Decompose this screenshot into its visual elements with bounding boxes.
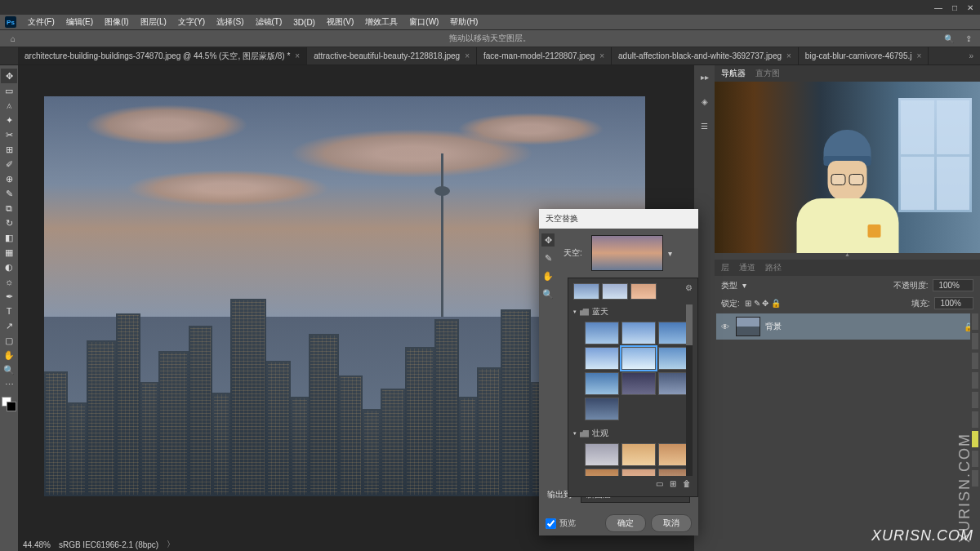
sky-thumb[interactable] [621, 372, 656, 395]
menu-type[interactable]: 文字(Y) [173, 15, 210, 29]
properties-icon[interactable]: ◈ [698, 95, 711, 108]
visibility-icon[interactable]: 👁 [721, 322, 731, 331]
sky-thumb[interactable] [585, 322, 619, 344]
sky-thumb[interactable] [585, 398, 619, 420]
app-logo[interactable]: Ps [5, 16, 16, 28]
preview-checkbox[interactable]: 预览 [546, 518, 576, 529]
maximize-icon[interactable]: □ [952, 3, 957, 12]
menu-select[interactable]: 选择(S) [212, 15, 248, 29]
tab-doc-3[interactable]: adult-affection-black-and-white-3692737.… [612, 47, 799, 64]
path-tool[interactable]: ↗ [1, 318, 17, 333]
heal-tool[interactable]: ⊕ [1, 171, 17, 186]
tab-doc-0[interactable]: architecture-building-buildings-374870.j… [18, 47, 307, 64]
recent-sky-thumb[interactable] [573, 283, 599, 300]
marquee-tool[interactable]: ▭ [1, 83, 17, 98]
type-tool[interactable]: T [1, 304, 17, 318]
tab-close-icon[interactable]: × [465, 51, 470, 60]
group-header-sunset[interactable]: ▾壮观 [573, 426, 693, 441]
menu-3d[interactable]: 3D(D) [288, 16, 320, 29]
gear-icon[interactable]: ⚙ [685, 283, 693, 300]
sky-preview-thumb[interactable] [591, 235, 663, 271]
tab-channels[interactable]: 通道 [739, 262, 755, 273]
tab-doc-1[interactable]: attractive-beautiful-beauty-2128818.jpeg… [307, 47, 477, 64]
layer-name[interactable]: 背景 [765, 321, 959, 332]
sky-thumb[interactable] [585, 469, 619, 476]
new-folder-icon[interactable]: ▭ [656, 479, 663, 488]
shape-tool[interactable]: ▢ [1, 333, 17, 348]
lasso-tool[interactable]: ⟑ [1, 98, 17, 113]
menu-file[interactable]: 文件(F) [23, 15, 60, 29]
menu-edit[interactable]: 编辑(E) [61, 15, 98, 29]
crop-tool[interactable]: ✂ [1, 127, 17, 142]
picker-scrollbar[interactable] [686, 304, 693, 476]
fill-value[interactable]: 100% [934, 297, 973, 309]
sky-dropdown-icon[interactable]: ▾ [668, 249, 676, 258]
tab-close-icon[interactable]: × [599, 51, 604, 60]
delete-icon[interactable]: 🗑 [683, 479, 691, 488]
pen-tool[interactable]: ✒ [1, 289, 17, 304]
sky-thumb[interactable] [621, 443, 656, 466]
new-preset-icon[interactable]: ⊞ [670, 479, 676, 488]
color-swatch[interactable] [2, 397, 16, 411]
history-icon[interactable]: ▸▸ [698, 70, 711, 83]
gradient-tool[interactable]: ▦ [1, 245, 17, 260]
tab-doc-2[interactable]: face-man-model-2128807.jpeg× [477, 47, 612, 64]
lock-icons[interactable]: ⊞ ✎ ✥ 🔒 [745, 299, 781, 308]
tab-doc-4[interactable]: big-cat-blur-carnivore-46795.j× [799, 47, 929, 64]
tab-close-icon[interactable]: × [295, 51, 300, 60]
menu-layer[interactable]: 图层(L) [136, 15, 172, 29]
recent-sky-thumb[interactable] [602, 283, 628, 300]
move-tool[interactable]: ✥ [1, 69, 17, 83]
tabs-overflow-icon[interactable]: » [962, 47, 980, 64]
search-icon[interactable]: 🔍 [944, 34, 954, 43]
tab-histogram[interactable]: 直方图 [755, 68, 780, 79]
recent-sky-thumb[interactable] [630, 283, 657, 300]
brush-tool[interactable]: ✎ [1, 186, 17, 201]
menu-view[interactable]: 视图(V) [322, 15, 359, 29]
cancel-button[interactable]: 取消 [651, 514, 692, 532]
dodge-tool[interactable]: ☼ [1, 274, 17, 289]
menu-window[interactable]: 窗口(W) [404, 15, 443, 29]
blur-tool[interactable]: ◐ [1, 260, 17, 274]
menu-help[interactable]: 帮助(H) [445, 15, 483, 29]
close-icon[interactable]: ✕ [967, 3, 973, 12]
history-brush-tool[interactable]: ↻ [1, 216, 17, 230]
filter-icon[interactable]: ▾ [742, 281, 746, 290]
group-header-blue[interactable]: ▾蓝天 [573, 304, 693, 319]
tab-paths[interactable]: 路径 [765, 262, 782, 273]
menu-filter[interactable]: 滤镜(T) [251, 15, 287, 29]
navigator-preview[interactable] [715, 82, 980, 253]
sky-brush-tool[interactable]: ✎ [541, 251, 555, 264]
sky-thumb[interactable] [621, 347, 656, 370]
layer-row-background[interactable]: 👁 背景 🔒 [716, 313, 978, 340]
zoom-level[interactable]: 44.48% [23, 540, 51, 549]
move-sky-tool[interactable]: ✥ [541, 233, 555, 247]
tab-layers[interactable]: 层 [721, 262, 729, 273]
stamp-tool[interactable]: ⧉ [1, 201, 17, 216]
tab-close-icon[interactable]: × [916, 51, 921, 60]
share-icon[interactable]: ⇪ [965, 34, 972, 43]
panel-divider[interactable] [715, 253, 980, 260]
layer-thumbnail[interactable] [736, 317, 760, 336]
edit-toolbar[interactable]: ⋯ [1, 377, 17, 392]
tab-navigator[interactable]: 导航器 [721, 68, 746, 79]
minimize-icon[interactable]: — [934, 3, 942, 12]
sky-thumb[interactable] [585, 372, 619, 395]
dialog-titlebar[interactable]: 天空替换 [539, 209, 698, 229]
menu-plugins[interactable]: 增效工具 [360, 15, 403, 29]
hand-tool[interactable]: ✋ [1, 348, 17, 362]
sky-thumb[interactable] [585, 443, 619, 466]
zoom-tool[interactable]: 🔍 [541, 287, 555, 300]
home-icon[interactable]: ⌂ [7, 32, 20, 45]
sky-thumb[interactable] [585, 347, 619, 370]
opacity-value[interactable]: 100% [933, 279, 973, 291]
hand-tool[interactable]: ✋ [541, 269, 555, 282]
wand-tool[interactable]: ✦ [1, 113, 17, 127]
ok-button[interactable]: 确定 [605, 514, 646, 532]
frame-tool[interactable]: ⊞ [1, 142, 17, 157]
zoom-tool[interactable]: 🔍 [1, 362, 17, 377]
sky-thumb[interactable] [621, 322, 656, 344]
sky-thumb[interactable] [621, 469, 656, 476]
eyedropper-tool[interactable]: ✐ [1, 157, 17, 171]
tab-close-icon[interactable]: × [786, 51, 791, 60]
